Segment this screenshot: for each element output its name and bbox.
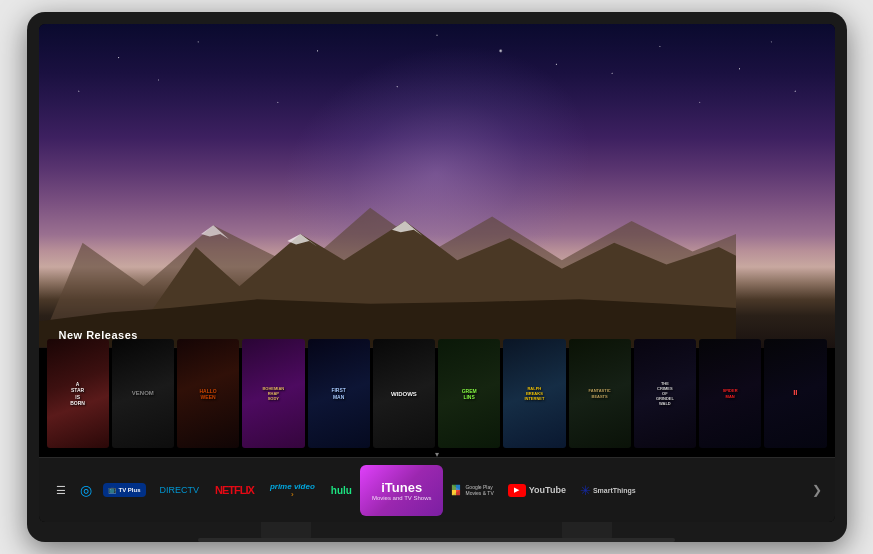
poster-fantastic-beasts[interactable]: FANTASTICBEASTS <box>569 339 631 449</box>
nav-app-youtube[interactable]: ▶ YouTube <box>500 458 574 522</box>
youtube-label: YouTube <box>529 485 566 495</box>
directv-label: DIRECTV <box>160 485 200 495</box>
down-arrow-indicator: ▾ <box>435 450 439 459</box>
svg-marker-8 <box>456 485 460 490</box>
poster-spider-man[interactable]: SPIDERMAN <box>699 339 761 449</box>
mountain-silhouette <box>39 173 736 347</box>
poster-ralph[interactable]: RALPHBREAKSINTERNET <box>503 339 565 449</box>
youtube-logo-box: ▶ YouTube <box>508 484 566 497</box>
poster-robin-hood[interactable]: THECRIMESOFGRINDELWALD <box>634 339 696 449</box>
posters-row: ASTARISBORN VENOM HALLOWEEN BOHEMIANRHAP… <box>39 339 835 449</box>
tv-screen: New Releases ASTARISBORN VENOM HALLOWEEN <box>39 24 835 522</box>
nav-app-prime-video[interactable]: prime video › <box>262 458 323 522</box>
svg-marker-7 <box>452 485 456 490</box>
account-button[interactable]: ◎ <box>75 458 97 522</box>
nav-app-directv[interactable]: DIRECTV <box>152 458 208 522</box>
nav-app-itunes[interactable]: iTunes Movies and TV Shows <box>360 465 444 516</box>
smartthings-snowflake-icon: ✳ <box>580 483 591 498</box>
youtube-icon: ▶ <box>508 484 526 497</box>
itunes-label: iTunes <box>381 480 422 495</box>
svg-marker-10 <box>456 490 460 495</box>
nav-app-hulu[interactable]: hulu <box>323 458 360 522</box>
tv-stand <box>39 522 835 542</box>
poster-a-star-is-born[interactable]: ASTARISBORN <box>47 339 109 449</box>
poster-first-man[interactable]: FIRSTMAN <box>308 339 370 449</box>
tv-frame: New Releases ASTARISBORN VENOM HALLOWEEN <box>27 12 847 542</box>
hulu-label: hulu <box>331 485 352 496</box>
poster-widows[interactable]: WIDOWS <box>373 339 435 449</box>
chevron-right-icon: ❯ <box>812 483 822 497</box>
menu-button[interactable]: ☰ <box>47 458 75 522</box>
google-play-sublabel: Movies & TV <box>465 490 493 496</box>
nav-app-netflix[interactable]: NETFLIX <box>207 458 262 522</box>
tvplus-label: TV Plus <box>119 487 141 493</box>
prime-arrow: › <box>291 491 294 499</box>
google-play-icon <box>449 483 463 497</box>
poster-venom[interactable]: VENOM <box>112 339 174 449</box>
nav-app-smartthings[interactable]: ✳ SmartThings <box>574 458 642 522</box>
stand-base <box>198 538 676 542</box>
netflix-label: NETFLIX <box>215 484 254 496</box>
tvplus-icon: 📺 <box>108 486 117 494</box>
nav-bar: ☰ ◎ 📺 TV Plus DIRECTV NET <box>39 457 835 522</box>
itunes-sublabel: Movies and TV Shows <box>372 495 432 501</box>
youtube-play-triangle: ▶ <box>514 486 519 494</box>
tvplus-logo-box: 📺 TV Plus <box>103 483 146 497</box>
poster-it[interactable]: II <box>764 339 826 449</box>
account-icon: ◎ <box>80 482 92 498</box>
poster-halloween[interactable]: HALLOWEEN <box>177 339 239 449</box>
nav-app-google-play[interactable]: Google Play Movies & TV <box>443 458 499 522</box>
poster-bohemian-rhapsody[interactable]: BOHEMIANRHAPSODY <box>242 339 304 449</box>
menu-icon: ☰ <box>56 484 66 497</box>
smartthings-label: SmartThings <box>593 487 636 494</box>
poster-gremlins[interactable]: GREMLINS <box>438 339 500 449</box>
nav-app-tvplus[interactable]: 📺 TV Plus <box>97 458 152 522</box>
svg-marker-9 <box>452 490 456 495</box>
nav-scroll-right-button[interactable]: ❯ <box>807 458 827 522</box>
